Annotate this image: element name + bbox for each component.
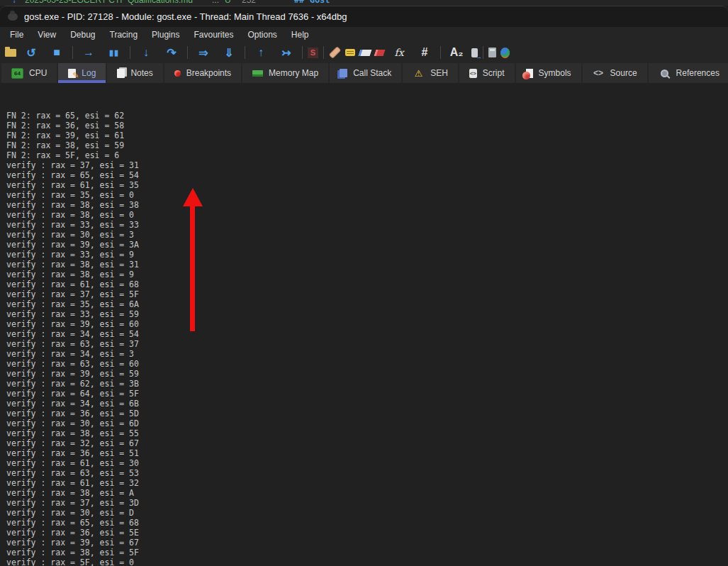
tabbar: CPU Log Notes Breakpoints Memory Map Cal… bbox=[0, 63, 728, 83]
menu-item[interactable]: Help bbox=[284, 28, 316, 41]
log-line: verify : rax = 39, esi = 67 bbox=[6, 538, 728, 548]
log-view[interactable]: FN 2: rax = 65, esi = 62FN 2: rax = 36, … bbox=[0, 83, 728, 566]
toolbar-separator bbox=[187, 46, 188, 59]
log-line: verify : rax = 30, esi = D bbox=[6, 508, 728, 518]
log-icon bbox=[68, 69, 76, 78]
pause-icon[interactable]: ▮▮ bbox=[103, 45, 125, 60]
tab-seh[interactable]: SEH bbox=[403, 63, 458, 83]
log-line: verify : rax = 37, esi = 5F bbox=[6, 289, 728, 299]
internet-icon[interactable] bbox=[500, 48, 510, 58]
git-status-badge: U bbox=[225, 0, 231, 6]
toolbar-separator bbox=[302, 46, 303, 59]
memory-icon bbox=[252, 70, 263, 77]
background-editor-row: ↓ 2025-05-23-EGCERT CTF Qualifications.m… bbox=[0, 0, 728, 6]
cpu-icon bbox=[11, 68, 23, 79]
tab-breakpoints[interactable]: Breakpoints bbox=[164, 63, 241, 83]
tab-symbols[interactable]: Symbols bbox=[516, 63, 581, 83]
toolbar-separator bbox=[72, 46, 73, 59]
restart-icon[interactable]: ↺ bbox=[21, 45, 42, 60]
background-editor-strip[interactable]: ↓ 2025-05-23-EGCERT CTF Qualifications.m… bbox=[0, 0, 728, 6]
log-line: FN 2: rax = 38, esi = 59 bbox=[6, 140, 728, 150]
toolbar-separator bbox=[245, 46, 245, 59]
attach-icon[interactable] bbox=[471, 48, 478, 57]
breakpoint-icon bbox=[174, 70, 181, 77]
tab-cpu[interactable]: CPU bbox=[1, 63, 57, 83]
callstack-icon bbox=[340, 69, 347, 77]
log-line: FN 2: rax = 5F, esi = 6 bbox=[6, 150, 728, 160]
log-line: verify : rax = 38, esi = 38 bbox=[6, 200, 728, 210]
toolbar: ↺■→▮▮↓↷⇒⇓↑↣fx#A₂ bbox=[0, 42, 728, 63]
log-line: verify : rax = 35, esi = 0 bbox=[6, 190, 728, 200]
tab-memory-map[interactable]: Memory Map bbox=[242, 63, 328, 83]
log-line: verify : rax = 38, esi = 5F bbox=[6, 548, 728, 557]
tab-source[interactable]: Source bbox=[583, 63, 647, 83]
log-line: FN 2: rax = 36, esi = 58 bbox=[6, 121, 728, 131]
menu-item[interactable]: Favourites bbox=[186, 28, 240, 41]
log-line: verify : rax = 35, esi = 6A bbox=[6, 299, 728, 309]
step-into-icon[interactable]: ↓ bbox=[135, 45, 157, 60]
run-icon[interactable]: → bbox=[78, 45, 99, 60]
menubar: FileViewDebugTracingPluginsFavouritesOpt… bbox=[0, 27, 728, 42]
source-icon bbox=[593, 67, 605, 79]
menu-item[interactable]: File bbox=[3, 28, 30, 41]
menu-item[interactable]: View bbox=[30, 28, 63, 41]
open-file-icon[interactable] bbox=[5, 49, 16, 57]
notes-icon bbox=[117, 69, 125, 78]
references-icon bbox=[659, 67, 671, 79]
log-line: verify : rax = 64, esi = 5F bbox=[6, 389, 728, 399]
log-line: FN 2: rax = 39, esi = 61 bbox=[6, 131, 728, 140]
tab-call-stack[interactable]: Call Stack bbox=[330, 63, 401, 83]
toolbar-separator bbox=[130, 46, 130, 59]
log-line: verify : rax = 39, esi = 3A bbox=[6, 240, 728, 250]
log-line: verify : rax = 61, esi = 68 bbox=[6, 279, 728, 289]
log-output: FN 2: rax = 65, esi = 62FN 2: rax = 36, … bbox=[0, 83, 728, 566]
analysis-icon[interactable]: # bbox=[414, 45, 435, 60]
log-line: verify : rax = 30, esi = 3 bbox=[6, 230, 728, 240]
log-line: verify : rax = 63, esi = 37 bbox=[6, 339, 728, 349]
comment-icon[interactable] bbox=[345, 49, 355, 56]
run-to-user-code-icon[interactable]: ↣ bbox=[276, 45, 297, 60]
annotation-arrow-head bbox=[183, 188, 203, 206]
log-line: verify : rax = 39, esi = 60 bbox=[6, 319, 728, 329]
assemble-icon[interactable]: A₂ bbox=[446, 45, 467, 60]
trace-over-icon[interactable]: ⇓ bbox=[218, 45, 240, 60]
seh-icon bbox=[413, 67, 425, 79]
download-icon: ↓ bbox=[12, 0, 16, 6]
symbols-icon bbox=[526, 69, 533, 78]
log-line: verify : rax = 37, esi = 3D bbox=[6, 498, 728, 508]
window-title: gost.exe - PID: 27128 - Module: gost.exe… bbox=[24, 11, 347, 22]
x64dbg-bug-icon bbox=[8, 13, 18, 21]
tab-script[interactable]: Script bbox=[459, 63, 515, 83]
function-icon[interactable]: fx bbox=[388, 45, 410, 60]
log-line: verify : rax = 33, esi = 59 bbox=[6, 309, 728, 319]
script-s-icon[interactable] bbox=[308, 48, 318, 58]
log-line: verify : rax = 33, esi = 33 bbox=[6, 220, 728, 230]
menu-item[interactable]: Plugins bbox=[145, 28, 186, 41]
close-icon[interactable]: ■ bbox=[46, 45, 67, 60]
log-line: verify : rax = 61, esi = 30 bbox=[6, 458, 728, 468]
log-line: verify : rax = 36, esi = 51 bbox=[6, 448, 728, 458]
log-line: verify : rax = 34, esi = 6B bbox=[6, 399, 728, 409]
log-line: verify : rax = 34, esi = 3 bbox=[6, 349, 728, 359]
patch-icon[interactable] bbox=[329, 46, 342, 59]
tab-log[interactable]: Log bbox=[58, 63, 106, 83]
execute-till-return-icon[interactable]: ↑ bbox=[250, 45, 271, 60]
menu-item[interactable]: Debug bbox=[63, 28, 102, 41]
script-icon bbox=[469, 69, 477, 78]
log-line: verify : rax = 38, esi = 55 bbox=[6, 428, 728, 438]
log-line: verify : rax = 37, esi = 31 bbox=[6, 160, 728, 170]
tab-references[interactable]: References bbox=[649, 63, 728, 83]
trace-into-icon[interactable]: ⇒ bbox=[193, 45, 214, 60]
annotation-arrow-shaft bbox=[190, 205, 195, 331]
log-line: verify : rax = 38, esi = A bbox=[6, 488, 728, 498]
log-line: verify : rax = 38, esi = 9 bbox=[6, 270, 728, 279]
log-line: verify : rax = 38, esi = 31 bbox=[6, 260, 728, 270]
log-line: verify : rax = 62, esi = 3B bbox=[6, 379, 728, 389]
menu-item[interactable]: Options bbox=[240, 28, 284, 41]
tab-notes[interactable]: Notes bbox=[107, 63, 162, 83]
bookmark-icon[interactable] bbox=[374, 50, 386, 56]
menu-item[interactable]: Tracing bbox=[103, 28, 145, 41]
step-over-icon[interactable]: ↷ bbox=[161, 45, 182, 60]
label-icon[interactable] bbox=[359, 50, 372, 56]
calculator-icon[interactable] bbox=[488, 48, 496, 57]
